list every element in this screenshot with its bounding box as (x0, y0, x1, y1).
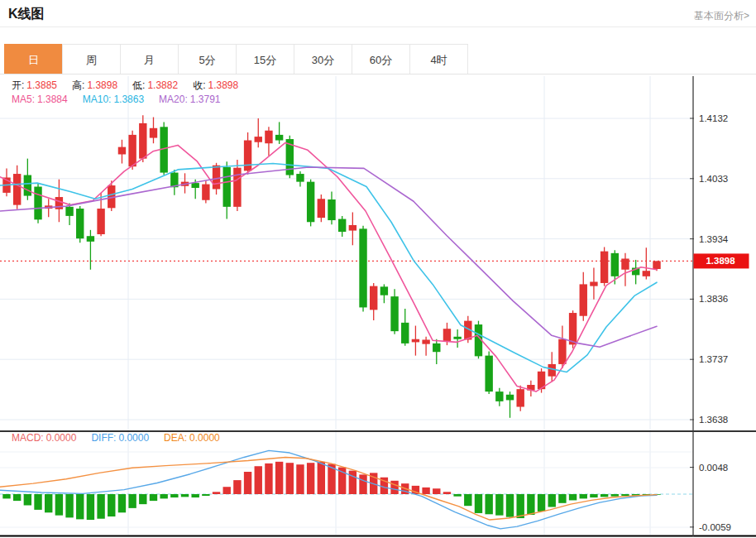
svg-text:1.4132: 1.4132 (699, 113, 728, 123)
svg-text:1.3737: 1.3737 (699, 354, 728, 364)
header: K线图 基本面分析> (0, 0, 756, 27)
macd-histogram (2, 462, 660, 520)
svg-text:1.3898: 1.3898 (706, 256, 735, 266)
tab-日[interactable]: 日 (4, 44, 63, 74)
svg-text:1.3836: 1.3836 (699, 294, 728, 304)
interval-tabs: 日周月5分15分30分60分4时 (4, 44, 468, 74)
gridlines (0, 76, 693, 535)
svg-text:-0.0059: -0.0059 (699, 522, 731, 532)
fundamental-analysis-link[interactable]: 基本面分析> (694, 9, 749, 23)
tab-30分[interactable]: 30分 (294, 44, 352, 74)
tab-周[interactable]: 周 (62, 44, 121, 74)
tab-4时[interactable]: 4时 (409, 44, 468, 74)
tab-月[interactable]: 月 (120, 44, 179, 74)
chart-canvas[interactable]: 1.41321.40331.39341.38361.37371.36380.00… (0, 74, 756, 538)
ma20-line (0, 167, 657, 347)
svg-text:1.3638: 1.3638 (699, 415, 728, 425)
kline-page: K线图 基本面分析> 日周月5分15分30分60分4时 开:1.3885高:1.… (0, 0, 756, 538)
candles (2, 115, 660, 417)
tab-15分[interactable]: 15分 (236, 44, 294, 74)
macd-axis: 0.0048-0.0059 (690, 463, 731, 532)
page-title: K线图 (8, 6, 45, 23)
svg-text:0.0048: 0.0048 (699, 463, 728, 473)
tab-5分[interactable]: 5分 (178, 44, 237, 74)
current-price-badge: 1.3898 (694, 253, 749, 268)
svg-text:1.3934: 1.3934 (699, 234, 729, 244)
kline-chart[interactable]: 开:1.3885高:1.3898低:1.3882收:1.3898 MA5:1.3… (0, 74, 756, 538)
svg-text:1.4033: 1.4033 (699, 174, 728, 184)
price-axis: 1.41321.40331.39341.38361.37371.3638 (690, 113, 729, 425)
tab-60分[interactable]: 60分 (352, 44, 410, 74)
ma5-line (0, 142, 657, 391)
